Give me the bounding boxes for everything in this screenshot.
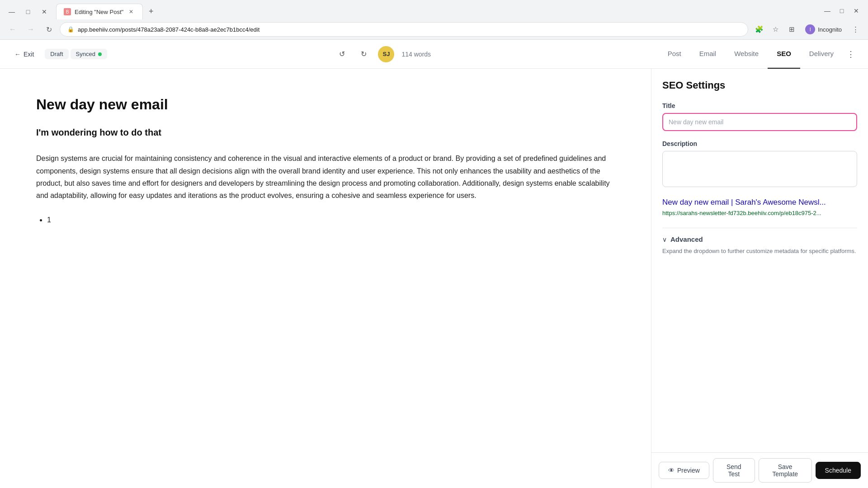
advanced-title: Advanced [670, 235, 703, 243]
draft-badge[interactable]: Draft [45, 49, 68, 59]
tab-bar: B Editing "New Post" ✕ + [56, 4, 157, 19]
draft-label: Draft [50, 51, 63, 57]
status-badges: Draft Synced [45, 49, 107, 59]
seo-panel: SEO Settings Title Description New day n… [651, 69, 868, 488]
profile-avatar: I [805, 24, 815, 34]
preview-icon: 👁 [668, 467, 675, 474]
reload-icon: ↻ [46, 25, 52, 34]
redo-button[interactable]: ↻ [356, 47, 371, 61]
synced-label: Synced [76, 51, 95, 57]
forward-icon: → [27, 25, 34, 33]
sync-dot [98, 52, 102, 56]
synced-badge[interactable]: Synced [71, 49, 107, 59]
advanced-section: ∨ Advanced Expand the dropdown to furthe… [662, 228, 857, 256]
post-subheading: I'm wondering how to do that [36, 127, 615, 138]
header-center: ↺ ↻ SJ 114 words [107, 46, 659, 62]
post-list: 1 [36, 216, 615, 224]
seo-preview-title: New day new email | Sarah's Awesome News… [662, 198, 857, 207]
description-field-group: Description [662, 140, 857, 198]
tab-seo[interactable]: SEO [768, 40, 800, 69]
post-title: New day new email [36, 96, 615, 113]
description-label: Description [662, 140, 857, 147]
main-content: New day new email I'm wondering how to d… [0, 69, 868, 488]
header-more-icon: ⋮ [847, 49, 855, 59]
send-test-button[interactable]: Send Test [713, 458, 755, 483]
profile-label: Incognito [818, 26, 842, 33]
schedule-button[interactable]: Schedule [816, 462, 861, 479]
tab-title: Editing "New Post" [75, 9, 123, 15]
advanced-header[interactable]: ∨ Advanced [662, 235, 857, 243]
browser-nav-bar: ← → ↻ 🔒 app.beehiiv.com/posts/478a23a8-2… [0, 19, 868, 39]
address-bar[interactable]: 🔒 app.beehiiv.com/posts/478a23a8-2087-42… [60, 22, 748, 37]
extensions-icon: 🧩 [755, 25, 764, 33]
minimize-button[interactable]: — [5, 5, 18, 18]
maximize-button[interactable]: □ [22, 5, 34, 18]
sidebar-icon: ⊞ [789, 25, 795, 33]
editor-area[interactable]: New day new email I'm wondering how to d… [0, 69, 651, 488]
star-icon: ☆ [773, 25, 778, 33]
window-restore-button[interactable]: □ [835, 5, 848, 17]
seo-title-input[interactable] [662, 113, 857, 131]
profile-button[interactable]: I Incognito [801, 23, 846, 36]
app-container: ← Exit Draft Synced ↺ ↻ SJ [0, 40, 868, 488]
header-more-button[interactable]: ⋮ [843, 46, 859, 62]
title-label: Title [662, 102, 857, 109]
new-tab-button[interactable]: + [145, 5, 157, 18]
tab-close-button[interactable]: ✕ [127, 8, 135, 16]
user-avatar[interactable]: SJ [378, 46, 394, 62]
reload-button[interactable]: ↻ [42, 22, 56, 37]
nav-tabs: Post Email Website SEO Delivery [659, 40, 843, 69]
word-count: 114 words [401, 51, 431, 58]
undo-button[interactable]: ↺ [335, 47, 349, 61]
exit-button[interactable]: ← Exit [9, 48, 39, 61]
schedule-label: Schedule [825, 467, 851, 474]
browser-controls: — □ ✕ [5, 5, 51, 18]
preview-button[interactable]: 👁 Preview [659, 462, 709, 479]
browser-title-bar: — □ ✕ B Editing "New Post" ✕ + — □ ✕ [0, 0, 868, 19]
list-item: 1 [47, 216, 615, 224]
exit-icon: ← [14, 51, 21, 58]
save-template-label: Save Template [768, 463, 802, 478]
extensions-button[interactable]: 🧩 [752, 22, 766, 37]
post-body: Design systems are crucial for maintaini… [36, 152, 615, 202]
tab-website[interactable]: Website [725, 40, 768, 69]
browser-chrome: — □ ✕ B Editing "New Post" ✕ + — □ ✕ ← [0, 0, 868, 40]
app-header: ← Exit Draft Synced ↺ ↻ SJ [0, 40, 868, 69]
browser-more-button[interactable]: ⋮ [848, 22, 863, 37]
window-close-button[interactable]: ✕ [850, 5, 863, 17]
avatar-initials: SJ [383, 51, 390, 57]
advanced-chevron-icon: ∨ [662, 236, 667, 243]
preview-label: Preview [677, 467, 700, 474]
tab-favicon: B [64, 8, 71, 15]
bookmark-button[interactable]: ☆ [768, 22, 783, 37]
header-left: ← Exit Draft Synced [9, 48, 107, 61]
active-tab[interactable]: B Editing "New Post" ✕ [56, 4, 143, 19]
tab-post[interactable]: Post [659, 40, 690, 69]
title-field-group: Title [662, 102, 857, 140]
window-minimize-button[interactable]: — [821, 5, 834, 17]
exit-label: Exit [24, 51, 34, 58]
back-button[interactable]: ← [5, 22, 20, 37]
lock-icon: 🔒 [67, 26, 74, 33]
send-test-label: Send Test [722, 463, 745, 478]
undo-icon: ↺ [339, 50, 345, 58]
header-right: Post Email Website SEO Delivery ⋮ [659, 40, 859, 69]
seo-preview: New day new email | Sarah's Awesome News… [662, 198, 857, 217]
tab-delivery[interactable]: Delivery [800, 40, 843, 69]
panel-content: SEO Settings Title Description New day n… [651, 69, 868, 452]
seo-description-input[interactable] [662, 151, 857, 187]
seo-preview-url: https://sarahs-newsletter-fd732b.beehiiv… [662, 210, 821, 216]
browser-more-icon: ⋮ [852, 25, 859, 33]
advanced-description: Expand the dropdown to further customize… [662, 247, 857, 256]
close-window-button[interactable]: ✕ [38, 5, 51, 18]
redo-icon: ↻ [361, 50, 367, 58]
sidebar-toggle-button[interactable]: ⊞ [784, 22, 799, 37]
forward-button[interactable]: → [24, 22, 38, 37]
panel-footer: 👁 Preview Send Test Save Template Schedu… [651, 452, 868, 488]
back-icon: ← [9, 25, 16, 33]
tab-email[interactable]: Email [690, 40, 726, 69]
list-item-1: 1 [47, 216, 51, 224]
nav-right-icons: 🧩 ☆ ⊞ I Incognito ⋮ [752, 22, 863, 37]
panel-title: SEO Settings [662, 80, 857, 91]
save-template-button[interactable]: Save Template [759, 458, 812, 483]
